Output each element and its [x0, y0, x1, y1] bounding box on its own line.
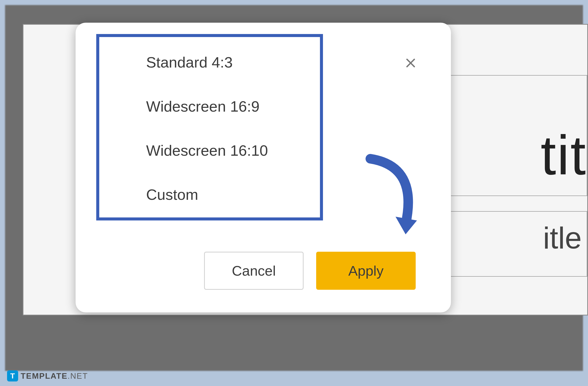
watermark-brand-light: .NET — [68, 371, 88, 380]
option-custom[interactable]: Custom — [146, 184, 268, 205]
slide-subtitle-text: itle — [543, 220, 582, 255]
watermark: T TEMPLATE.NET — [7, 370, 88, 381]
slide-title-text: tit — [541, 123, 587, 187]
option-widescreen-16-10[interactable]: Widescreen 16:10 — [146, 140, 268, 161]
close-button[interactable] — [403, 55, 418, 71]
aspect-ratio-options: Standard 4:3 Widescreen 16:9 Widescreen … — [146, 52, 268, 205]
cancel-button[interactable]: Cancel — [204, 252, 304, 290]
dialog-button-row: Cancel Apply — [204, 252, 416, 290]
watermark-text: TEMPLATE.NET — [21, 371, 88, 381]
option-standard-4-3[interactable]: Standard 4:3 — [146, 52, 268, 73]
watermark-brand-bold: TEMPLATE — [21, 371, 68, 380]
close-icon — [404, 57, 417, 69]
svg-marker-2 — [396, 217, 417, 234]
watermark-logo-icon: T — [7, 370, 18, 381]
page-setup-dialog: Standard 4:3 Widescreen 16:9 Widescreen … — [76, 23, 451, 312]
curved-arrow-annotation — [360, 151, 426, 239]
apply-button[interactable]: Apply — [316, 252, 416, 290]
option-widescreen-16-9[interactable]: Widescreen 16:9 — [146, 96, 268, 117]
